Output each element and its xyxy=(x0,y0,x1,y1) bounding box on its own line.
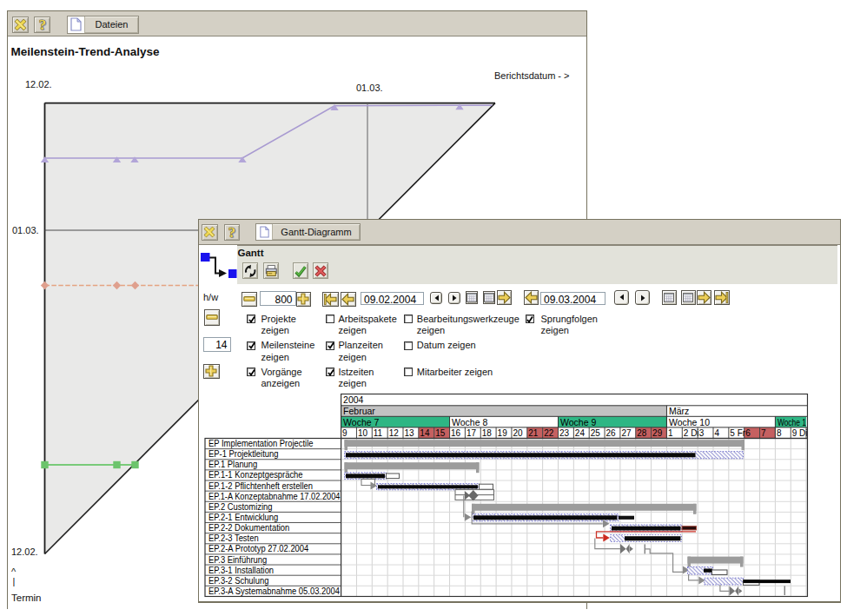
svg-text:1: 1 xyxy=(668,428,673,438)
svg-text:2004: 2004 xyxy=(343,394,364,405)
svg-text:8: 8 xyxy=(777,428,782,438)
svg-text:23: 23 xyxy=(559,428,570,438)
svg-text:9 Di: 9 Di xyxy=(792,428,808,438)
svg-text:9: 9 xyxy=(342,428,347,438)
svg-text:EP.2-2 Dokumentation: EP.2-2 Dokumentation xyxy=(208,523,289,533)
svg-text:13: 13 xyxy=(405,428,415,438)
svg-text:EP.1-2 Pflichtenheft erstellen: EP.1-2 Pflichtenheft erstellen xyxy=(208,481,313,491)
svg-text:4: 4 xyxy=(715,428,720,438)
svg-text:EP.2-A Prototyp 27.02.2004: EP.2-A Prototyp 27.02.2004 xyxy=(208,544,309,553)
svg-text:EP.1 Planung: EP.1 Planung xyxy=(208,460,257,469)
svg-text:Woche 7: Woche 7 xyxy=(343,417,379,427)
svg-text:27: 27 xyxy=(621,428,632,438)
svg-text:26: 26 xyxy=(606,428,617,438)
svg-text:EP.2 Customizing: EP.2 Customizing xyxy=(208,502,273,512)
svg-text:16: 16 xyxy=(451,428,461,438)
svg-text:10: 10 xyxy=(358,428,368,438)
svg-text:EP.1-1 Konzeptgespräche: EP.1-1 Konzeptgespräche xyxy=(208,470,303,480)
svg-text:19: 19 xyxy=(498,428,508,438)
svg-text:Woche 1: Woche 1 xyxy=(778,417,806,427)
svg-text:21: 21 xyxy=(528,428,539,438)
svg-text:Februar: Februar xyxy=(343,406,375,416)
svg-text:11: 11 xyxy=(374,428,383,438)
svg-text:EP Implementation Projectile: EP Implementation Projectile xyxy=(208,439,314,448)
svg-text:2 Di: 2 Di xyxy=(684,428,699,438)
svg-text:EP.3-A Systemabnahme 05.03.200: EP.3-A Systemabnahme 05.03.2004 xyxy=(208,586,340,596)
svg-text:6: 6 xyxy=(745,428,751,438)
svg-text:EP.3-1 Installation: EP.3-1 Installation xyxy=(208,566,274,575)
svg-text:7: 7 xyxy=(761,428,766,438)
svg-text:25: 25 xyxy=(591,428,601,438)
svg-text:5 Fr: 5 Fr xyxy=(730,428,745,438)
svg-text:Woche 8: Woche 8 xyxy=(452,417,487,427)
svg-text:März: März xyxy=(669,406,689,416)
svg-text:EP.3 Einführung: EP.3 Einführung xyxy=(208,555,267,565)
svg-text:3: 3 xyxy=(699,428,705,438)
svg-text:22: 22 xyxy=(544,428,554,438)
svg-text:20: 20 xyxy=(513,428,523,438)
svg-text:29: 29 xyxy=(652,428,663,438)
svg-text:18: 18 xyxy=(482,428,493,438)
svg-text:EP.3-2 Schulung: EP.3-2 Schulung xyxy=(208,576,268,586)
svg-text:15: 15 xyxy=(435,428,446,438)
svg-text:Woche 10: Woche 10 xyxy=(669,417,710,427)
svg-text:17: 17 xyxy=(467,428,477,438)
svg-text:12: 12 xyxy=(389,428,400,438)
svg-text:28: 28 xyxy=(637,428,647,438)
svg-text:24: 24 xyxy=(575,428,586,438)
svg-text:EP.1-A Konzeptabnahme 17.02.20: EP.1-A Konzeptabnahme 17.02.2004 xyxy=(208,492,341,501)
svg-text:EP.2-3 Testen: EP.2-3 Testen xyxy=(208,533,259,543)
svg-text:EP-1 Projektleitung: EP-1 Projektleitung xyxy=(208,449,279,459)
svg-text:14: 14 xyxy=(420,428,430,438)
svg-text:Woche 9: Woche 9 xyxy=(560,417,596,427)
svg-text:EP.2-1 Entwicklung: EP.2-1 Entwicklung xyxy=(208,513,278,522)
